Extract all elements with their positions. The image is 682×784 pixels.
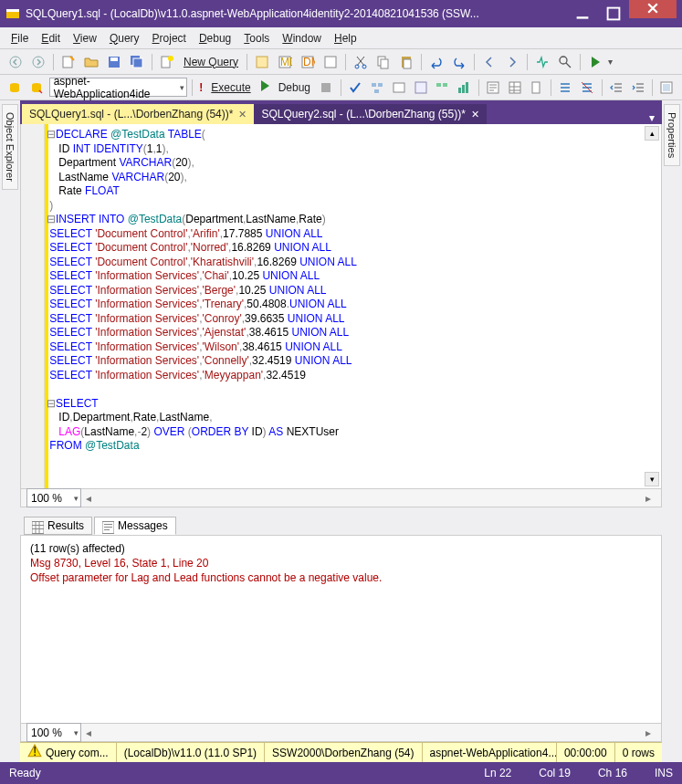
separator [341,79,341,96]
scroll-left-icon[interactable]: ◂ [81,727,96,739]
undo-button[interactable] [426,52,446,72]
actual-plan-button[interactable] [433,78,452,98]
new-query-icon[interactable] [157,52,177,72]
back-button[interactable] [5,52,26,72]
results-tab[interactable]: Results [24,517,92,535]
maximize-button[interactable] [598,2,629,26]
scroll-up-icon[interactable]: ▴ [645,126,659,141]
forward-button[interactable] [28,52,48,72]
menu-debug[interactable]: Debug [194,30,236,47]
new-query-label[interactable]: New Query [180,56,242,68]
svg-rect-32 [393,83,404,92]
open-button[interactable] [81,52,101,72]
client-stats-button[interactable] [455,78,474,98]
close-tab-icon[interactable]: ✕ [471,109,479,120]
uncomment-button[interactable] [578,78,597,98]
change-connection-button[interactable] [5,78,25,98]
execute-button[interactable]: Execute [207,81,254,94]
intellisense-button[interactable] [411,78,430,98]
menu-view[interactable]: View [68,30,102,47]
svg-rect-13 [257,57,268,68]
svg-point-4 [10,57,21,68]
error-line-2: Offset parameter for Lag and Lead functi… [30,570,652,585]
analysis-query-button[interactable]: MDX [275,52,295,72]
xmla-query-button[interactable] [320,52,341,72]
minimize-button[interactable] [567,2,598,26]
close-tab-icon[interactable]: ✕ [238,109,247,120]
save-all-button[interactable] [127,52,147,72]
debug-button[interactable]: Debug [275,81,314,94]
menu-edit[interactable]: Edit [36,30,66,47]
separator [247,54,247,70]
use-db-button[interactable] [27,78,47,98]
nav-forward-button[interactable] [502,52,522,72]
close-button[interactable] [629,0,677,18]
menu-query[interactable]: Query [104,30,145,47]
properties-tab[interactable]: Properties [664,104,680,166]
results-grid-button[interactable] [505,78,524,98]
grid-icon [32,520,44,532]
new-project-button[interactable] [58,52,79,72]
increase-indent-button[interactable] [628,78,647,98]
messages-pane[interactable]: (11 row(s) affected) Msg 8730, Level 16,… [20,535,662,724]
code-content[interactable]: ⊟DECLARE @TestData TABLE( ID INT IDENTIT… [45,124,661,488]
tab-sqlquery1[interactable]: SQLQuery1.sql - (L...\DorbenZhang (54))*… [22,104,254,124]
query-options-button[interactable] [389,78,408,98]
menu-file[interactable]: File [5,30,34,47]
find-button[interactable] [555,52,575,72]
db-cell: aspnet-WebApplication4... [423,743,557,762]
start-button[interactable] [585,52,605,72]
save-button[interactable] [104,52,124,72]
left-rail: Object Explorer [0,100,20,762]
scroll-right-icon[interactable]: ▸ [641,727,656,739]
activity-monitor-button[interactable] [532,52,552,72]
cancel-query-button[interactable] [317,78,336,98]
status-ln: Ln 22 [484,767,511,779]
scroll-right-icon[interactable]: ▸ [641,492,656,505]
messages-icon [102,520,114,532]
db-engine-query-button[interactable] [252,52,272,72]
menu-project[interactable]: Project [147,30,192,47]
code-editor[interactable]: ⊟DECLARE @TestData TABLE( ID INT IDENTIT… [20,124,662,489]
zoom-combo[interactable]: 100 % [26,488,81,507]
tabs-dropdown-icon[interactable]: ▾ [644,111,660,124]
svg-text:!: ! [33,745,37,758]
scroll-down-icon[interactable]: ▾ [645,472,659,486]
messages-tab[interactable]: Messages [94,517,176,535]
menu-window[interactable]: Window [277,30,327,47]
parse-button[interactable] [346,78,365,98]
document-tabs: SQLQuery1.sql - (L...\DorbenZhang (54))*… [20,100,662,124]
debug-icon[interactable] [257,78,272,96]
execute-icon[interactable]: ! [197,81,205,94]
menu-help[interactable]: Help [329,30,362,47]
status-bar: Ready Ln 22 Col 19 Ch 16 INS [0,762,682,784]
svg-point-25 [560,57,567,64]
paste-button[interactable] [396,52,416,72]
object-explorer-tab[interactable]: Object Explorer [2,104,18,190]
svg-rect-28 [321,83,331,92]
decrease-indent-button[interactable] [607,78,626,98]
copy-button[interactable] [373,52,393,72]
menubar: File Edit View Query Project Debug Tools… [0,27,682,49]
estimated-plan-button[interactable] [368,78,387,98]
separator [474,54,475,70]
svg-rect-43 [663,84,670,91]
editor-zoom-bar: 100 % ◂ ▸ [20,489,662,507]
status-ins: INS [655,767,673,779]
tab-label: SQLQuery2.sql - (L...\DorbenZhang (55))* [261,108,465,120]
results-file-button[interactable] [527,78,546,98]
menu-tools[interactable]: Tools [238,30,275,47]
redo-button[interactable] [449,52,469,72]
tab-sqlquery2[interactable]: SQLQuery2.sql - (L...\DorbenZhang (55))*… [254,104,486,124]
cut-button[interactable] [351,52,371,72]
dmx-query-button[interactable]: DMX [298,52,318,72]
svg-rect-40 [509,82,520,93]
titlebar: SQLQuery1.sql - (LocalDb)\v11.0.aspnet-W… [0,0,682,27]
database-combo[interactable]: aspnet-WebApplication4ide [49,78,188,97]
nav-backward-button[interactable] [479,52,499,72]
comment-button[interactable] [556,78,575,98]
results-text-button[interactable] [484,78,503,98]
specify-values-button[interactable] [657,78,677,98]
zoom-combo-messages[interactable]: 100 % [26,723,81,742]
scroll-left-icon[interactable]: ◂ [81,492,96,505]
